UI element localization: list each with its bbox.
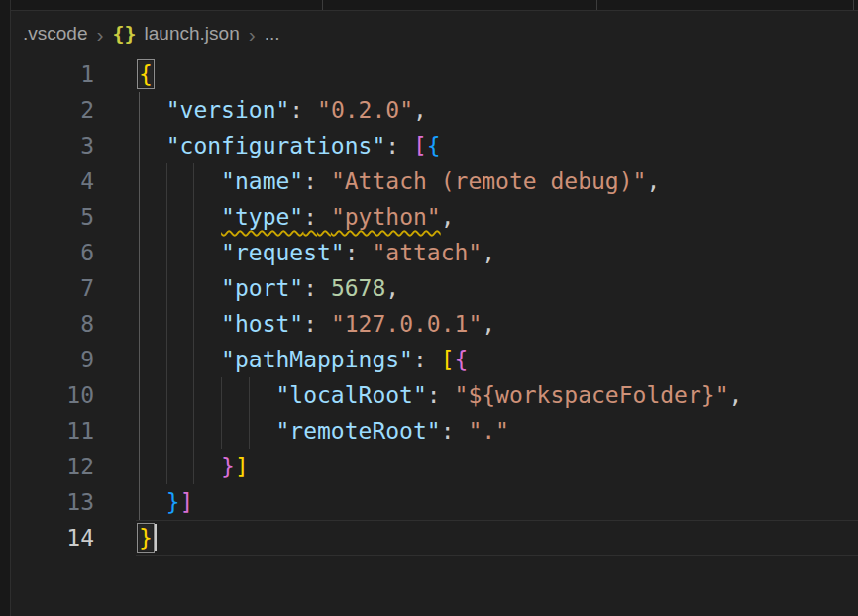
code-token: "localRoot" [275, 382, 426, 408]
code-token: "pathMappings" [221, 347, 413, 372]
code-token: 5678 [331, 275, 385, 301]
code-token: "type" [221, 204, 303, 230]
indent-guide [139, 377, 140, 413]
code-token: , [728, 382, 742, 408]
code-token: , [646, 168, 660, 194]
code-token: ] [180, 489, 194, 515]
code-token: } [221, 454, 235, 479]
line-number[interactable]: 4 [11, 163, 94, 199]
json-file-icon: {} [112, 22, 136, 46]
indent-guide [139, 92, 140, 128]
indent-guide [139, 163, 140, 199]
line-number[interactable]: 13 [11, 484, 94, 520]
code-token: "127.0.0.1" [331, 311, 482, 337]
code-line-content[interactable]: "request": "attach", [139, 235, 858, 270]
line-number[interactable]: 3 [11, 128, 94, 163]
code-token: ] [235, 454, 249, 479]
code-token: { [455, 347, 469, 372]
line-number[interactable]: 2 [11, 92, 94, 128]
code-token [317, 204, 331, 230]
code-line-content[interactable]: "port": 5678, [139, 270, 858, 306]
code-line-content[interactable]: "localRoot": "${workspaceFolder}", [139, 377, 858, 413]
indent-guide [139, 413, 140, 449]
indent-guide [166, 199, 167, 235]
line-number[interactable]: 8 [11, 306, 94, 342]
code-line-content[interactable]: "type": "python", [139, 199, 858, 235]
code-line[interactable]: 9 "pathMappings": [{ [11, 342, 858, 377]
code-token: } [139, 525, 153, 551]
code-line-content[interactable]: "remoteRoot": "." [139, 413, 858, 449]
tab-separator [322, 0, 323, 10]
code-line[interactable]: 2 "version": "0.2.0", [11, 92, 858, 128]
code-line[interactable]: 6 "request": "attach", [11, 235, 858, 270]
code-token: "." [468, 418, 509, 444]
code-token: : [413, 347, 427, 372]
indent-guide [139, 449, 140, 484]
code-line[interactable]: 7 "port": 5678, [11, 270, 858, 306]
code-line-content[interactable]: "name": "Attach (remote debug)", [139, 163, 858, 199]
code-token [427, 347, 441, 372]
code-line-content[interactable]: "configurations": [{ [139, 128, 858, 163]
line-number[interactable]: 10 [11, 377, 94, 413]
code-token: [ [441, 347, 455, 372]
code-line-content[interactable]: { [139, 56, 858, 92]
chevron-right-icon: › [96, 24, 103, 45]
code-token: { [427, 133, 441, 158]
line-number[interactable]: 6 [11, 235, 94, 270]
line-number[interactable]: 7 [11, 270, 94, 306]
code-line[interactable]: 8 "host": "127.0.0.1", [11, 306, 858, 342]
code-line-content[interactable]: "host": "127.0.0.1", [139, 306, 858, 342]
chevron-right-icon: › [249, 24, 256, 45]
line-number[interactable]: 1 [11, 56, 94, 92]
code-token [317, 311, 331, 337]
code-area[interactable]: 1{2 "version": "0.2.0",3 "configurations… [11, 56, 858, 556]
code-line-content[interactable]: }] [139, 484, 858, 520]
indent-guide [166, 270, 167, 306]
indent-guide [193, 342, 194, 377]
code-line[interactable]: 4 "name": "Attach (remote debug)", [11, 163, 858, 199]
code-token: "request" [221, 240, 345, 265]
code-line[interactable]: 11 "remoteRoot": "." [11, 413, 858, 449]
code-token: : [303, 311, 317, 337]
code-token: : [303, 204, 317, 230]
code-token [139, 275, 221, 301]
code-line[interactable]: 12 }] [11, 449, 858, 484]
code-line[interactable]: 10 "localRoot": "${workspaceFolder}", [11, 377, 858, 413]
code-line[interactable]: 13 }] [11, 484, 858, 520]
code-token: "attach" [372, 240, 482, 265]
code-line[interactable]: 5 "type": "python", [11, 199, 858, 235]
editor-panel: .vscode › {} launch.json › ... 1{2 "vers… [11, 11, 858, 616]
breadcrumb-item-vscode[interactable]: .vscode [23, 23, 87, 45]
line-number[interactable]: 14 [11, 520, 94, 556]
code-token [139, 97, 166, 123]
breadcrumb-item-launch-json[interactable]: launch.json [145, 23, 240, 45]
code-line-content[interactable]: "pathMappings": [{ [139, 342, 858, 377]
line-number[interactable]: 11 [11, 413, 94, 449]
code-token: , [441, 204, 455, 230]
breadcrumb-item-symbols[interactable]: ... [265, 23, 280, 45]
code-line-content[interactable]: } [139, 520, 858, 556]
code-line-content[interactable]: }] [139, 449, 858, 484]
bracket-match-box: } [139, 525, 153, 551]
line-number[interactable]: 5 [11, 199, 94, 235]
code-token: : [385, 133, 399, 158]
indent-guide [166, 235, 167, 270]
code-line[interactable]: 3 "configurations": [{ [11, 128, 858, 163]
code-token: "name" [221, 168, 303, 194]
indent-guide [193, 449, 194, 484]
code-line[interactable]: 1{ [11, 56, 858, 92]
code-line[interactable]: 14} [11, 520, 858, 556]
code-token: : [303, 168, 317, 194]
tab-separator [853, 0, 854, 10]
code-line-content[interactable]: "version": "0.2.0", [139, 92, 858, 128]
indent-guide [166, 163, 167, 199]
code-token: : [441, 418, 455, 444]
code-token: { [139, 61, 153, 87]
line-number[interactable]: 12 [11, 449, 94, 484]
indent-guide [139, 128, 140, 163]
line-number[interactable]: 9 [11, 342, 94, 377]
text-cursor [155, 524, 157, 551]
code-token: "python" [331, 204, 441, 230]
indent-guide [166, 413, 167, 449]
indent-guide [166, 449, 167, 484]
